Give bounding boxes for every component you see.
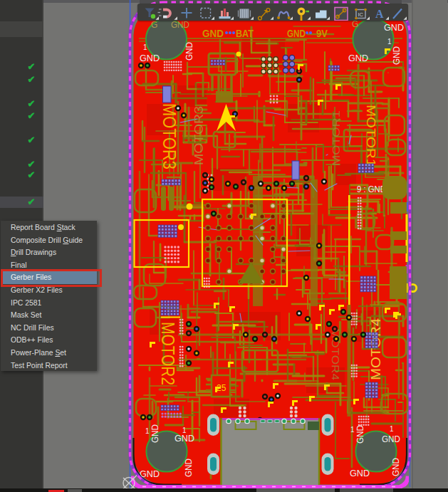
svg-text:MOTOR1: MOTOR1 bbox=[330, 110, 342, 166]
svg-text:GND: GND bbox=[171, 20, 189, 30]
svg-text:GND: GND bbox=[348, 53, 368, 63]
svg-text:MOTOR3: MOTOR3 bbox=[160, 103, 179, 169]
svg-text:IC: IC bbox=[358, 11, 364, 18]
svg-text:9V: 9V bbox=[316, 28, 328, 39]
svg-text:GND: GND bbox=[150, 424, 160, 443]
svg-text:GND: GND bbox=[174, 434, 194, 444]
svg-text:1: 1 bbox=[145, 427, 150, 435]
svg-text:MOTOR4: MOTOR4 bbox=[368, 318, 383, 380]
svg-text:GND: GND bbox=[391, 458, 401, 476]
svg-text:1: 1 bbox=[143, 43, 147, 51]
svg-text:1: 1 bbox=[182, 426, 187, 434]
svg-text:9 : GND: 9 : GND bbox=[357, 184, 386, 194]
svg-text:1: 1 bbox=[350, 426, 355, 434]
svg-text:GND: GND bbox=[184, 42, 194, 61]
svg-text:GND: GND bbox=[384, 23, 404, 33]
svg-text:GND: GND bbox=[392, 46, 402, 65]
svg-text:GND: GND bbox=[355, 425, 365, 444]
svg-text:BAT: BAT bbox=[236, 28, 254, 39]
svg-text:GND: GND bbox=[382, 434, 400, 444]
svg-text:1: 1 bbox=[387, 38, 392, 46]
svg-text:G: G bbox=[352, 19, 358, 29]
svg-text:G: G bbox=[151, 20, 157, 30]
svg-text:MOTOR3: MOTOR3 bbox=[193, 106, 205, 165]
svg-text:MOTOR1: MOTOR1 bbox=[364, 105, 377, 167]
svg-text:MOTOR2: MOTOR2 bbox=[158, 322, 178, 385]
svg-text:GND: GND bbox=[287, 28, 306, 39]
svg-text:GND: GND bbox=[202, 28, 224, 39]
svg-text:A: A bbox=[375, 8, 384, 20]
svg-text:GND: GND bbox=[140, 53, 160, 63]
svg-text:1: 1 bbox=[390, 425, 394, 433]
svg-text:GND: GND bbox=[184, 459, 194, 477]
svg-text:GND: GND bbox=[350, 469, 370, 478]
